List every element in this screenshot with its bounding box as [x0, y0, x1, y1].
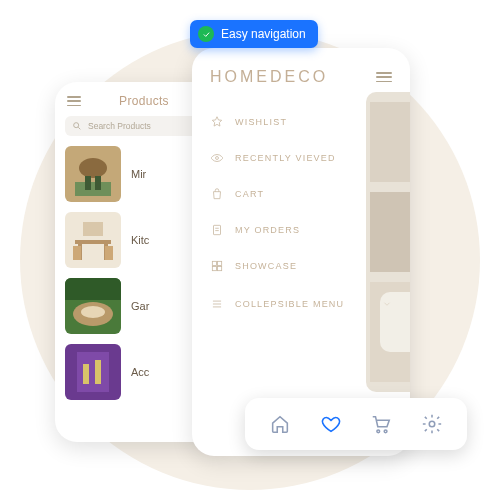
- svg-rect-11: [83, 222, 103, 236]
- nav-favorites[interactable]: [320, 413, 342, 435]
- gear-icon: [421, 413, 443, 435]
- product-thumb: [65, 344, 121, 400]
- product-thumb: [65, 212, 121, 268]
- nav-item-label: MY ORDERS: [235, 225, 300, 235]
- list-item-label: Kitc: [131, 234, 149, 246]
- bottom-nav-bar: [245, 398, 467, 450]
- star-icon: [210, 115, 224, 129]
- nav-home[interactable]: [269, 413, 291, 435]
- badge-text: Easy navigation: [221, 27, 306, 41]
- svg-point-40: [429, 421, 435, 427]
- search-placeholder: Search Products: [88, 121, 151, 131]
- product-thumb: [65, 146, 121, 202]
- bag-icon: [210, 187, 224, 201]
- svg-rect-23: [370, 102, 410, 182]
- svg-rect-5: [85, 176, 91, 190]
- svg-point-38: [377, 430, 380, 433]
- product-thumb: [65, 278, 121, 334]
- nav-item-label: RECENTLY VIEVED: [235, 153, 336, 163]
- check-icon: [198, 26, 214, 42]
- svg-rect-15: [65, 278, 121, 300]
- svg-point-39: [384, 430, 387, 433]
- nav-item-label: WISHLIST: [235, 117, 287, 127]
- svg-point-0: [74, 123, 79, 128]
- list-icon: [210, 297, 224, 311]
- svg-rect-33: [212, 267, 216, 271]
- svg-rect-13: [105, 246, 113, 260]
- eye-icon: [210, 151, 224, 165]
- feature-badge: Easy navigation: [190, 20, 318, 48]
- document-icon: [210, 223, 224, 237]
- phone-navigation-drawer: HOMEDECO WISHLIST RECENTLY VIEVED CART M…: [192, 48, 410, 456]
- svg-rect-28: [214, 225, 221, 234]
- svg-point-27: [216, 157, 219, 160]
- svg-rect-31: [212, 261, 216, 265]
- svg-line-1: [78, 127, 80, 129]
- svg-rect-32: [218, 261, 222, 265]
- nav-cart[interactable]: [370, 413, 392, 435]
- svg-rect-12: [73, 246, 81, 260]
- home-icon: [269, 413, 291, 435]
- svg-rect-20: [83, 364, 89, 384]
- svg-rect-6: [95, 176, 101, 190]
- heart-icon: [320, 413, 342, 435]
- svg-rect-24: [370, 192, 410, 272]
- nav-settings[interactable]: [421, 413, 443, 435]
- hamburger-icon[interactable]: [376, 72, 392, 82]
- svg-point-17: [81, 306, 105, 318]
- svg-rect-4: [75, 182, 111, 196]
- nav-item-label: CART: [235, 189, 264, 199]
- svg-rect-8: [75, 240, 111, 244]
- svg-rect-26: [380, 292, 410, 352]
- svg-point-3: [79, 158, 107, 178]
- nav-item-label: SHOWCASE: [235, 261, 297, 271]
- list-item-label: Acc: [131, 366, 149, 378]
- brand-logo: HOMEDECO: [210, 68, 328, 86]
- background-product-image: [366, 92, 410, 392]
- page-title: Products: [119, 94, 169, 108]
- svg-rect-34: [218, 267, 222, 271]
- nav-item-label: COLLEPSIBLE MENU: [235, 299, 344, 309]
- svg-rect-21: [95, 360, 101, 384]
- list-item-label: Gar: [131, 300, 149, 312]
- cart-icon: [370, 413, 392, 435]
- list-item-label: Mir: [131, 168, 146, 180]
- svg-rect-19: [77, 352, 109, 392]
- grid-icon: [210, 259, 224, 273]
- hamburger-icon[interactable]: [67, 96, 81, 106]
- search-icon: [72, 121, 82, 131]
